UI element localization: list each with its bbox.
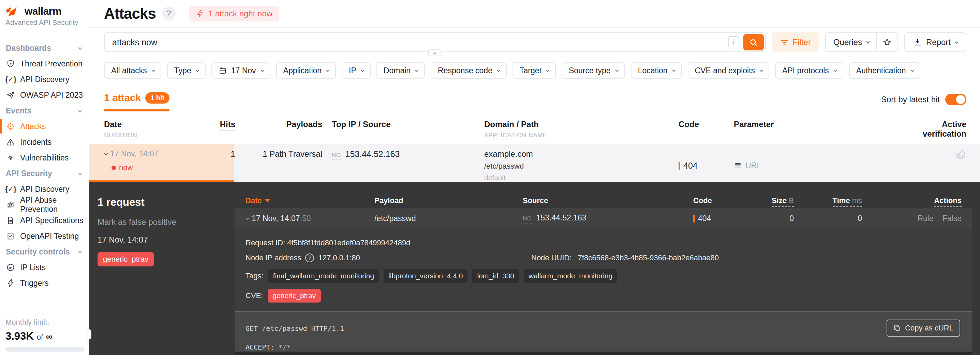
sidebar-item-label: OpenAPI Testing	[20, 232, 79, 241]
attack-detail-panel: 1 request Mark as false positive 17 Nov,…	[89, 182, 980, 355]
filter-chip-type[interactable]: Type	[167, 62, 205, 79]
filter-chip-api-protocols[interactable]: API protocols	[775, 62, 843, 79]
chevron-down-icon	[326, 68, 330, 72]
help-icon[interactable]: ?	[305, 254, 314, 262]
filter-chip-application[interactable]: Application	[276, 62, 336, 79]
brand-name: wallarm	[25, 5, 61, 17]
biohazard-icon: ☣	[6, 153, 15, 163]
sidebar-item-label: API Discovery	[20, 185, 69, 194]
col-size-sortable[interactable]: Size B	[772, 196, 794, 207]
filter-chip-ip[interactable]: IP	[342, 62, 371, 79]
slash-shortcut-key: /	[729, 36, 739, 48]
search-collapse-handle[interactable]	[428, 49, 442, 56]
sidebar-item-label: OWASP API 2023	[20, 90, 83, 100]
filter-chip-target[interactable]: Target	[512, 62, 556, 79]
attack-type-tag[interactable]: generic_ptrav	[97, 252, 154, 266]
sidebar-item-api-discovery[interactable]: {✓} API Discovery	[0, 71, 89, 87]
rule-action-link[interactable]: Rule	[917, 214, 933, 223]
main-content: Attacks ? 1 attack right now / Filter	[89, 0, 980, 355]
sidebar-item-attacks[interactable]: Attacks	[0, 119, 89, 134]
false-action-link[interactable]: False	[942, 214, 962, 223]
sidebar-item-openapi-testing[interactable]: OpenAPI Testing	[0, 228, 89, 244]
col-hits-sortable[interactable]: Hits	[220, 120, 235, 130]
col-date-sorted[interactable]: Date	[235, 196, 374, 205]
request-response-code: 404	[698, 214, 711, 223]
help-icon[interactable]: ?	[162, 7, 176, 21]
search-button[interactable]	[743, 34, 764, 51]
sidebar-item-vulnerabilities[interactable]: ☣ Vulnerabilities	[0, 150, 89, 166]
sort-by-latest-hit-toggle[interactable]	[945, 94, 966, 105]
brand-subtitle: Advanced API Security	[5, 18, 89, 27]
monthly-limit: Monthly limit: 3.93K of ∞	[0, 318, 89, 355]
filter-chip-domain[interactable]: Domain	[377, 62, 425, 79]
sidebar-item-threat-prevention[interactable]: Threat Prevention	[0, 56, 89, 71]
sidebar-item-incidents[interactable]: Incidents	[0, 134, 89, 150]
tag-chip[interactable]: libproton_version: 4.4.0	[383, 269, 468, 283]
braces-check-icon: {✓}	[6, 74, 15, 84]
sidebar-item-api-specifications[interactable]: API Specifications	[0, 212, 89, 228]
sort-by-latest-hit-label: Sort by latest hit	[881, 95, 940, 104]
sidebar-item-api-abuse-prevention[interactable]: API Abuse Prevention	[0, 197, 89, 212]
cve-tag[interactable]: generic_ptrav	[268, 289, 321, 303]
sidebar-section-api-security[interactable]: API Security	[0, 166, 89, 181]
sidebar-item-ip-lists[interactable]: IP IP Lists	[0, 260, 89, 275]
request-row[interactable]: 17 Nov, 14:07:50 /etc/passwd NO 153.44.5…	[235, 208, 972, 229]
report-button[interactable]: Report	[904, 32, 966, 52]
live-dot	[111, 166, 116, 170]
col-actions[interactable]: Actions	[934, 196, 962, 207]
node-ip-label: Node IP address	[245, 254, 301, 262]
filter-chip-response-code[interactable]: Response code	[431, 62, 507, 79]
tab-attacks-count[interactable]: 1 attack 1 hit	[104, 92, 169, 111]
mark-false-positive-link[interactable]: Mark as false positive	[97, 217, 235, 227]
attack-domain: example.com	[484, 149, 679, 159]
chevron-down-icon	[834, 68, 837, 72]
sidebar-item-owasp-api-2023[interactable]: OWASP API 2023	[0, 87, 89, 103]
chevron-down-icon[interactable]	[104, 151, 108, 155]
filter-chip-all-attacks[interactable]: All attacks	[104, 62, 161, 79]
chevron-down-icon	[759, 68, 763, 72]
chip-label: Target	[520, 66, 541, 75]
attack-row[interactable]: 17 Nov, 14:07 now 1 1 Path Traversal NO …	[89, 144, 980, 182]
tag-chip[interactable]: lom_id: 330	[472, 269, 519, 283]
sidebar-item-label: Vulnerabilities	[20, 153, 68, 163]
chip-label: IP	[349, 66, 356, 75]
filter-button[interactable]: Filter	[772, 32, 819, 52]
filter-chip-source-type[interactable]: Source type	[562, 62, 625, 79]
filter-chip-authentication[interactable]: Authentication	[849, 62, 920, 79]
filter-chip-date[interactable]: 17 Nov	[212, 62, 270, 79]
country-code-badge[interactable]: NO	[523, 215, 532, 223]
sidebar-section-events[interactable]: Events	[0, 103, 89, 119]
chevron-down-icon	[866, 40, 870, 44]
calendar-icon	[219, 67, 227, 74]
active-verification-spinner-icon[interactable]	[955, 149, 966, 160]
country-code-badge[interactable]: NO	[332, 152, 341, 160]
bot-off-icon	[6, 200, 15, 209]
svg-text:IP: IP	[9, 266, 12, 269]
sidebar-section-security-controls[interactable]: Security controls	[0, 244, 89, 260]
chevron-down-icon[interactable]	[245, 216, 249, 220]
sidebar-item-api-discovery-2[interactable]: {✓} API Discovery	[0, 181, 89, 197]
sidebar-item-label: API Specifications	[20, 216, 83, 225]
response-code-bar	[693, 215, 695, 222]
sidebar-section-dashboards[interactable]: Dashboards	[0, 40, 89, 56]
tag-chip[interactable]: wallarm_mode: monitoring	[524, 269, 617, 283]
favorite-query-button[interactable]	[877, 33, 897, 51]
copy-as-curl-button[interactable]: Copy as cURL	[886, 320, 960, 337]
col-payload: Payload	[374, 196, 523, 205]
attack-date: 17 Nov, 14:07	[110, 149, 159, 158]
monthly-limit-of: of	[37, 333, 43, 342]
queries-button[interactable]: Queries	[826, 33, 877, 51]
col-time-sortable[interactable]: Time ms	[833, 196, 862, 207]
sidebar-item-label: IP Lists	[20, 263, 46, 272]
sidebar-resize-handle[interactable]	[87, 329, 91, 339]
search-input[interactable]	[112, 38, 729, 48]
sidebar-item-triggers[interactable]: Triggers	[0, 275, 89, 291]
filter-chip-location[interactable]: Location	[631, 62, 682, 79]
filter-button-label: Filter	[793, 38, 811, 47]
chevron-down-icon	[78, 108, 83, 113]
filter-chip-cve-and-exploits[interactable]: CVE and exploits	[688, 62, 769, 79]
live-attack-badge[interactable]: 1 attack right now	[189, 6, 279, 21]
lightning-icon	[196, 10, 204, 18]
tag-chip[interactable]: final_wallarm_mode: monitoring	[268, 269, 379, 283]
app-root: wallarm Advanced API Security Dashboards…	[0, 0, 980, 355]
